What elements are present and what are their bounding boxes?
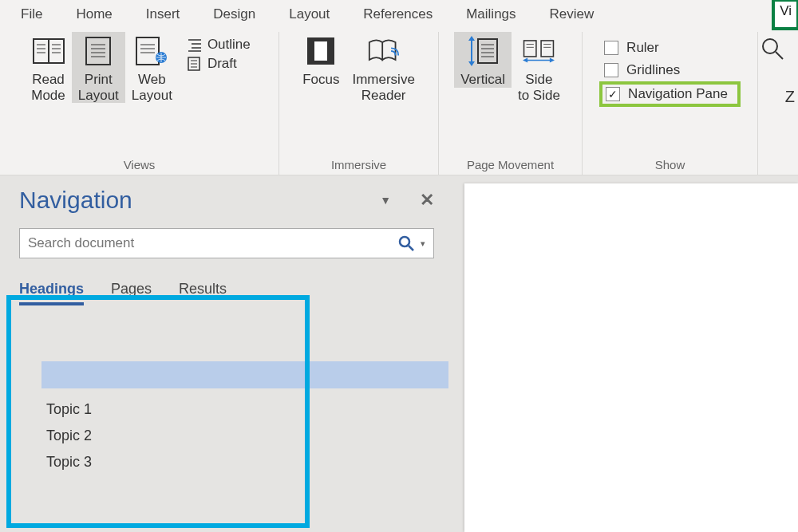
headings-list: Topic 1 Topic 2 Topic 3 — [46, 396, 439, 475]
checkbox-unchecked-icon — [604, 63, 618, 77]
navigation-pane-label: Navigation Pane — [628, 86, 728, 102]
outline-button[interactable]: Outline — [184, 35, 254, 54]
draft-button[interactable]: Draft — [184, 54, 254, 73]
menu-review[interactable]: Review — [550, 6, 595, 22]
outline-icon — [187, 37, 203, 53]
group-page-movement: Vertical Sideto Side Page Movement — [439, 32, 583, 175]
group-views: ReadMode PrintLayout WebLayout Outline — [0, 32, 279, 175]
navigation-dropdown-icon[interactable]: ▼ — [380, 194, 391, 207]
navigation-pane-checkbox-highlighted[interactable]: ✓ Navigation Pane — [599, 81, 741, 107]
read-mode-icon — [33, 35, 65, 67]
focus-label: Focus — [302, 72, 339, 88]
search-input[interactable] — [28, 235, 398, 251]
checkbox-unchecked-icon — [604, 41, 618, 55]
menu-insert[interactable]: Insert — [146, 6, 180, 22]
group-show: Ruler Gridlines ✓ Navigation Pane Show — [583, 32, 758, 175]
group-views-label: Views — [0, 158, 279, 171]
group-zoom-partial — [758, 32, 787, 175]
group-immersive: Focus ImmersiveReader Immersive — [279, 32, 439, 175]
vertical-button[interactable]: Vertical — [454, 32, 512, 88]
svg-rect-27 — [314, 41, 327, 61]
search-document-field[interactable]: ▾ — [19, 228, 434, 258]
immersive-reader-button[interactable]: ImmersiveReader — [346, 32, 421, 103]
search-icon[interactable] — [398, 235, 414, 251]
outline-label: Outline — [207, 37, 251, 53]
menu-view-label: Vi — [780, 3, 792, 19]
tab-results[interactable]: Results — [179, 281, 227, 305]
heading-item[interactable]: Topic 1 — [46, 396, 439, 423]
menu-design[interactable]: Design — [213, 6, 255, 22]
group-immersive-label: Immersive — [279, 158, 438, 171]
svg-point-47 — [400, 237, 409, 246]
focus-button[interactable]: Focus — [296, 32, 346, 88]
web-layout-label: WebLayout — [132, 72, 172, 103]
read-mode-button[interactable]: ReadMode — [25, 32, 72, 103]
svg-rect-31 — [478, 39, 497, 63]
search-dropdown-icon[interactable]: ▾ — [421, 238, 425, 249]
navigation-close-icon[interactable]: ✕ — [420, 190, 434, 211]
menu-view-highlighted[interactable]: Vi — [772, 0, 798, 30]
checkbox-checked-icon: ✓ — [606, 87, 620, 101]
navigation-title: Navigation — [19, 187, 132, 214]
ruler-label: Ruler — [626, 40, 659, 56]
svg-line-48 — [409, 246, 413, 250]
side-to-side-button[interactable]: Sideto Side — [512, 32, 567, 103]
document-area — [453, 175, 798, 532]
selected-heading-row[interactable] — [41, 361, 448, 388]
menu-layout[interactable]: Layout — [289, 6, 330, 22]
immersive-reader-icon — [368, 35, 400, 67]
web-layout-button[interactable]: WebLayout — [125, 32, 179, 103]
menu-mailings[interactable]: Mailings — [466, 6, 516, 22]
print-layout-label: PrintLayout — [78, 72, 119, 103]
svg-marker-30 — [468, 61, 475, 66]
heading-item[interactable]: Topic 3 — [46, 449, 439, 475]
zoom-icon — [760, 37, 784, 61]
menu-bar: File Home Insert Design Layout Reference… — [0, 0, 798, 29]
svg-marker-44 — [550, 57, 555, 62]
print-layout-button[interactable]: PrintLayout — [72, 32, 125, 103]
draft-label: Draft — [207, 56, 237, 72]
vertical-icon — [467, 35, 499, 67]
ruler-checkbox[interactable]: Ruler — [599, 37, 664, 59]
svg-marker-43 — [523, 57, 527, 62]
navigation-pane: Navigation ▼ ✕ ▾ Headings Pages Results … — [0, 175, 453, 532]
immersive-reader-label: ImmersiveReader — [352, 72, 414, 103]
group-page-movement-label: Page Movement — [439, 158, 582, 171]
menu-home[interactable]: Home — [76, 6, 112, 22]
heading-item[interactable]: Topic 2 — [46, 423, 439, 449]
document-page[interactable] — [464, 183, 798, 532]
gridlines-label: Gridlines — [626, 62, 680, 78]
gridlines-checkbox[interactable]: Gridlines — [599, 59, 685, 81]
workspace: Navigation ▼ ✕ ▾ Headings Pages Results … — [0, 175, 798, 532]
svg-line-46 — [776, 52, 783, 59]
print-layout-icon — [82, 35, 114, 67]
menu-file[interactable]: File — [21, 6, 42, 22]
svg-marker-29 — [468, 36, 475, 41]
tab-headings[interactable]: Headings — [19, 281, 84, 305]
svg-point-45 — [763, 39, 777, 53]
tab-pages[interactable]: Pages — [111, 281, 152, 305]
side-to-side-icon — [523, 35, 555, 67]
menu-references[interactable]: References — [363, 6, 433, 22]
web-layout-icon — [136, 35, 168, 67]
focus-icon — [305, 35, 337, 67]
svg-rect-8 — [86, 37, 110, 65]
svg-rect-37 — [541, 41, 553, 57]
read-mode-label: ReadMode — [31, 72, 65, 103]
draft-icon — [187, 56, 203, 72]
zoom-label-partial: Z — [785, 88, 795, 106]
svg-rect-13 — [136, 37, 159, 65]
vertical-label: Vertical — [460, 72, 505, 88]
navigation-tabs: Headings Pages Results — [19, 281, 439, 305]
svg-rect-36 — [524, 41, 536, 57]
ribbon: ReadMode PrintLayout WebLayout Outline — [0, 29, 798, 175]
group-show-label: Show — [583, 158, 757, 171]
side-to-side-label: Sideto Side — [518, 72, 560, 103]
